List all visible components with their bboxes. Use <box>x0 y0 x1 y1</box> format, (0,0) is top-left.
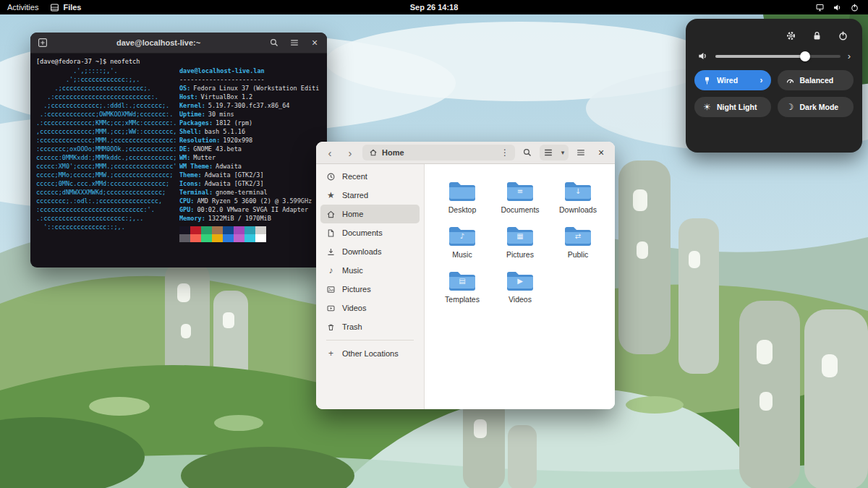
system-tray[interactable] <box>815 3 868 12</box>
sidebar-item-other-locations[interactable]: + Other Locations <box>320 344 420 363</box>
sidebar-item-label: Other Locations <box>342 349 399 358</box>
palette-swatch <box>190 234 201 242</box>
palette-swatch <box>244 234 255 242</box>
list-view-button[interactable] <box>540 145 557 160</box>
folder-label: Videos <box>493 295 548 304</box>
clock[interactable]: Sep 26 14:18 <box>410 3 459 12</box>
sidebar-item-music[interactable]: ♪ Music <box>320 261 420 280</box>
hamburger-menu-icon <box>289 38 299 48</box>
power-button[interactable] <box>836 29 849 42</box>
palette-swatch <box>223 234 234 242</box>
sidebar-item-trash[interactable]: Trash <box>320 317 420 336</box>
lock-button[interactable] <box>810 29 823 42</box>
files-content-grid[interactable]: Desktop ≡ Documents ↓ Downloads <box>425 164 615 409</box>
moon-icon: ☽ <box>786 103 795 112</box>
chevron-right-icon[interactable]: › <box>848 51 851 61</box>
view-options-dropdown[interactable]: ▾ <box>557 145 569 160</box>
sidebar-item-pictures[interactable]: Pictures <box>320 280 420 299</box>
kebab-menu-icon: ⋮ <box>501 147 509 158</box>
lock-icon <box>812 30 822 41</box>
search-icon <box>522 147 532 158</box>
dark-mode-toggle[interactable]: ☽ Dark Mode <box>778 97 854 117</box>
download-icon <box>326 247 336 257</box>
neofetch-host-title: dave@localhost-live.lan <box>179 67 321 75</box>
terminal-menu-button[interactable] <box>286 35 302 51</box>
terminal-prompt: [dave@fedora-37 ~]$ neofetch <box>36 57 321 66</box>
speaker-icon <box>697 51 708 61</box>
sidebar-item-videos[interactable]: Videos <box>320 299 420 317</box>
close-icon: × <box>312 38 318 48</box>
folder-templates[interactable]: ▤ Templates <box>435 270 490 314</box>
path-bar[interactable]: Home ⋮ <box>362 145 515 160</box>
settings-button[interactable] <box>784 29 797 42</box>
volume-row: › <box>694 49 854 70</box>
activities-button[interactable]: Activities <box>7 3 38 12</box>
folder-label: Templates <box>435 295 490 304</box>
volume-slider[interactable] <box>715 55 841 58</box>
folder-emblem: ⇄ <box>563 233 592 240</box>
forward-icon: › <box>349 147 352 158</box>
folder-videos[interactable]: ▶ Videos <box>493 270 548 314</box>
folder-downloads[interactable]: ↓ Downloads <box>550 180 605 225</box>
palette-swatch <box>234 234 244 242</box>
forward-button[interactable]: › <box>342 145 358 160</box>
folder-emblem: ▦ <box>506 233 535 240</box>
wired-toggle[interactable]: Wired › <box>694 70 771 90</box>
info-line: DE:GNOME 43.beta <box>179 145 321 153</box>
folder-public[interactable]: ⇄ Public <box>550 225 605 270</box>
folder-documents[interactable]: ≡ Documents <box>493 180 548 225</box>
folder-label: Documents <box>493 205 548 214</box>
back-icon: ‹ <box>328 147 332 158</box>
sidebar-item-label: Music <box>342 266 363 275</box>
sidebar-item-documents[interactable]: Documents <box>320 223 420 242</box>
search-icon <box>269 38 279 48</box>
sidebar-item-downloads[interactable]: Downloads <box>320 242 420 261</box>
toggle-label: Dark Mode <box>800 103 839 111</box>
folder-emblem: ≡ <box>506 188 535 195</box>
files-search-button[interactable] <box>519 145 535 160</box>
files-window: ‹ › Home ⋮ ▾ <box>316 142 615 409</box>
power-icon <box>838 30 848 41</box>
sidebar-item-label: Starred <box>342 191 368 200</box>
info-line: Icons:Adwaita [GTK2/3] <box>179 179 321 188</box>
files-headerbar[interactable]: ‹ › Home ⋮ ▾ <box>316 142 615 164</box>
terminal-title: dave@localhost-live:~ <box>55 38 262 47</box>
back-button[interactable]: ‹ <box>322 145 338 160</box>
night-light-toggle[interactable]: ☀ Night Light <box>694 97 771 117</box>
folder-icon: ▦ <box>506 225 535 248</box>
folder-pictures[interactable]: ▦ Pictures <box>493 225 548 270</box>
quick-settings-top-row <box>694 27 854 49</box>
sidebar-item-label: Recent <box>342 172 367 181</box>
location-menu-button[interactable]: ⋮ <box>498 147 512 158</box>
sidebar-item-starred[interactable]: ★ Starred <box>320 186 420 205</box>
focused-app-indicator[interactable]: Files <box>50 3 81 12</box>
folder-desktop[interactable]: Desktop <box>435 180 490 225</box>
chevron-down-icon: ▾ <box>561 149 565 156</box>
sidebar-item-recent[interactable]: Recent <box>320 167 420 186</box>
info-line: OS:Fedora Linux 37 (Workstation Editi <box>179 84 321 93</box>
ethernet-icon <box>702 76 712 85</box>
folder-music[interactable]: ♪ Music <box>435 225 490 270</box>
terminal-content[interactable]: [dave@fedora-37 ~]$ neofetch .',;::::;,'… <box>30 53 327 267</box>
power-icon <box>850 3 859 12</box>
terminal-close-button[interactable]: × <box>307 35 323 51</box>
files-close-button[interactable]: × <box>593 145 609 160</box>
folder-emblem: ▶ <box>506 278 535 285</box>
palette-swatch <box>244 226 255 234</box>
neofetch-info: dave@localhost-live.lan ----------------… <box>179 67 321 242</box>
wired-expand-chevron: › <box>760 75 763 85</box>
sidebar-item-home[interactable]: Home <box>320 205 420 223</box>
sidebar-item-label: Documents <box>342 228 383 237</box>
volume-slider-knob[interactable] <box>800 51 810 61</box>
home-icon <box>326 210 336 219</box>
files-menu-button[interactable] <box>573 145 589 160</box>
star-icon: ★ <box>326 191 336 200</box>
video-icon <box>326 304 336 313</box>
new-tab-button[interactable] <box>35 35 51 51</box>
terminal-headerbar[interactable]: dave@localhost-live:~ × <box>30 33 327 53</box>
balanced-toggle[interactable]: Balanced <box>778 70 854 90</box>
current-location-label: Home <box>382 148 404 157</box>
folder-icon: ▤ <box>448 270 477 293</box>
files-app-icon <box>50 3 59 12</box>
terminal-search-button[interactable] <box>266 35 282 51</box>
